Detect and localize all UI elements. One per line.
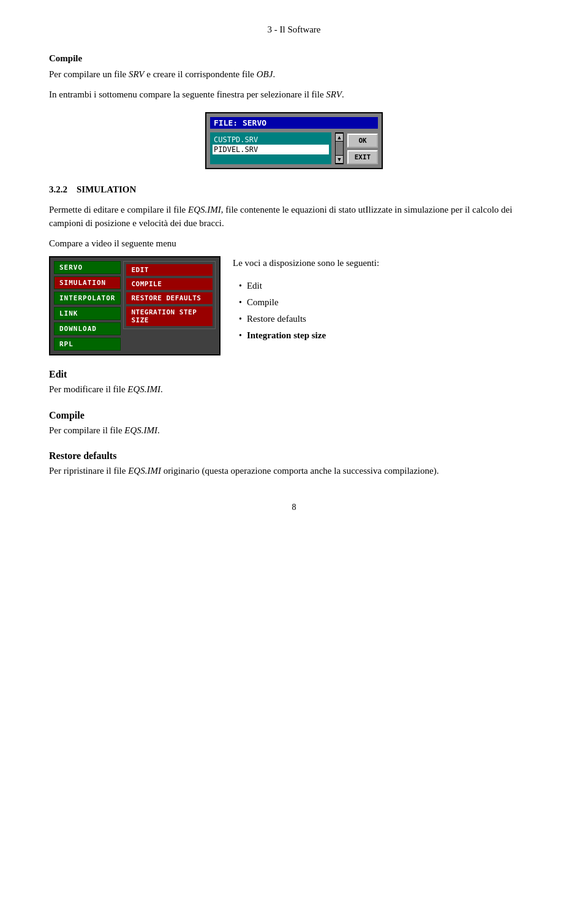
page-number: 8 bbox=[49, 503, 539, 512]
sim-sub-edit[interactable]: EDIT bbox=[126, 264, 213, 276]
scrollbar-track bbox=[336, 142, 343, 155]
edit-section: Edit Per modificare il file EQS.IMI. bbox=[49, 369, 539, 397]
two-col-menu: SERVO SIMULATION INTERPOLATOR LINK DOWNL… bbox=[54, 261, 216, 351]
compile2-text1b: . bbox=[157, 425, 160, 435]
scrollbar[interactable]: ▲ ▼ bbox=[335, 132, 344, 164]
page-header: 3 - Il Software bbox=[49, 25, 539, 35]
compile2-file: EQS.IMI bbox=[124, 425, 157, 435]
bullet-edit: Edit bbox=[239, 278, 539, 294]
compile2-text: Per compilare il file EQS.IMI. bbox=[49, 423, 539, 438]
sim-right-text: Le voci a disposizione sono le seguenti: bbox=[233, 256, 539, 270]
scrollbar-up-btn[interactable]: ▲ bbox=[335, 133, 344, 142]
compile-text1: Per compilare un file SRV e creare il co… bbox=[49, 67, 539, 82]
sim-item-download[interactable]: DOWNLOAD bbox=[54, 322, 121, 335]
sim-menu-container: SERVO SIMULATION INTERPOLATOR LINK DOWNL… bbox=[49, 256, 221, 355]
sim-item-link[interactable]: LINK bbox=[54, 307, 121, 320]
restore-text1a: Per ripristinare il file bbox=[49, 466, 128, 476]
file-list-item-1[interactable]: PIDVEL.SRV bbox=[213, 145, 329, 154]
file-list-area[interactable]: CUSTPD.SRV PIDVEL.SRV bbox=[210, 132, 331, 164]
edit-file: EQS.IMI bbox=[127, 384, 160, 394]
sim-text1: Permette di editare e compilare il file … bbox=[49, 203, 539, 230]
sim-section-number: 3.2.2 bbox=[49, 184, 67, 194]
sim-submenu: EDIT COMPILE RESTORE DEFAULTS NTEGRATION… bbox=[123, 261, 216, 329]
bullet-list: Edit Compile Restore defaults Integratio… bbox=[233, 278, 539, 344]
bullet-compile: Compile bbox=[239, 294, 539, 311]
compile-text2: In entrambi i sottomenu compare la segue… bbox=[49, 88, 539, 102]
compile-text2b: . bbox=[342, 89, 344, 99]
compile2-section: Compile Per compilare il file EQS.IMI. bbox=[49, 410, 539, 438]
sim-text1a: Permette di editare e compilare il file bbox=[49, 205, 188, 215]
restore-heading: Restore defaults bbox=[49, 450, 539, 461]
edit-text: Per modificare il file EQS.IMI. bbox=[49, 382, 539, 397]
sim-item-simulation[interactable]: SIMULATION bbox=[54, 276, 121, 289]
sim-menu: SERVO SIMULATION INTERPOLATOR LINK DOWNL… bbox=[49, 256, 221, 355]
header-title: 3 - Il Software bbox=[267, 25, 320, 34]
simulation-section: 3.2.2 SIMULATION Permette di editare e c… bbox=[49, 183, 539, 355]
compile-obj: OBJ bbox=[257, 69, 273, 79]
restore-text1b: originario (questa operazione comporta a… bbox=[161, 466, 439, 476]
compile-text1a: Per compilare un file bbox=[49, 69, 129, 79]
sim-heading-line: 3.2.2 SIMULATION bbox=[49, 183, 539, 197]
page: 3 - Il Software Compile Per compilare un… bbox=[0, 0, 588, 549]
compile2-text1a: Per compilare il file bbox=[49, 425, 124, 435]
sim-item-servo[interactable]: SERVO bbox=[54, 261, 121, 274]
compile-text1b: e creare il corrispondente file bbox=[145, 69, 257, 79]
scrollbar-down-btn[interactable]: ▼ bbox=[335, 155, 344, 164]
restore-section: Restore defaults Per ripristinare il fil… bbox=[49, 450, 539, 478]
sim-text-col: Le voci a disposizione sono le seguenti:… bbox=[233, 256, 539, 344]
sim-item-interpolator[interactable]: INTERPOLATOR bbox=[54, 292, 121, 305]
ok-button[interactable]: OK bbox=[347, 134, 378, 148]
compile-heading: Compile bbox=[49, 53, 539, 64]
file-buttons: OK EXIT bbox=[347, 132, 378, 164]
edit-heading: Edit bbox=[49, 369, 539, 380]
compile-srv2: SRV bbox=[326, 89, 342, 99]
compile2-heading: Compile bbox=[49, 410, 539, 421]
sim-sub-compile[interactable]: COMPILE bbox=[126, 278, 213, 290]
bullet-integration: Integration step size bbox=[239, 327, 539, 344]
file-window-title: FILE: SERVO bbox=[210, 117, 378, 129]
edit-text1a: Per modificare il file bbox=[49, 384, 127, 394]
sim-sub-integration[interactable]: NTEGRATION STEP SIZE bbox=[126, 306, 213, 326]
restore-file: EQS.IMI bbox=[128, 466, 161, 476]
sim-menu-intro: Compare a video il seguente menu bbox=[49, 237, 539, 251]
bullet-restore: Restore defaults bbox=[239, 311, 539, 327]
sim-item-rpl[interactable]: RPL bbox=[54, 338, 121, 351]
compile-srv1: SRV bbox=[129, 69, 145, 79]
compile-text2a: In entrambi i sottomenu compare la segue… bbox=[49, 89, 326, 99]
file-window-container: FILE: SERVO CUSTPD.SRV PIDVEL.SRV ▲ ▼ OK… bbox=[49, 112, 539, 169]
file-list-item-0[interactable]: CUSTPD.SRV bbox=[213, 135, 329, 145]
sim-sub-restore[interactable]: RESTORE DEFAULTS bbox=[126, 292, 213, 304]
file-window: FILE: SERVO CUSTPD.SRV PIDVEL.SRV ▲ ▼ OK… bbox=[205, 112, 383, 169]
sim-eqs-imi: EQS.IMI bbox=[188, 205, 221, 215]
exit-button[interactable]: EXIT bbox=[347, 150, 378, 164]
restore-text: Per ripristinare il file EQS.IMI origina… bbox=[49, 464, 539, 478]
compile-text1c: . bbox=[273, 69, 275, 79]
sim-section-title: SIMULATION bbox=[77, 184, 136, 194]
sim-submenu-items: EDIT COMPILE RESTORE DEFAULTS NTEGRATION… bbox=[123, 261, 216, 329]
sim-main-items: SERVO SIMULATION INTERPOLATOR LINK DOWNL… bbox=[54, 261, 121, 351]
compile-section: Compile Per compilare un file SRV e crea… bbox=[49, 53, 539, 101]
file-list-scroll: CUSTPD.SRV PIDVEL.SRV bbox=[213, 135, 329, 154]
file-window-body: CUSTPD.SRV PIDVEL.SRV ▲ ▼ OK EXIT bbox=[210, 132, 378, 164]
sim-layout: SERVO SIMULATION INTERPOLATOR LINK DOWNL… bbox=[49, 256, 539, 355]
edit-text1b: . bbox=[160, 384, 163, 394]
